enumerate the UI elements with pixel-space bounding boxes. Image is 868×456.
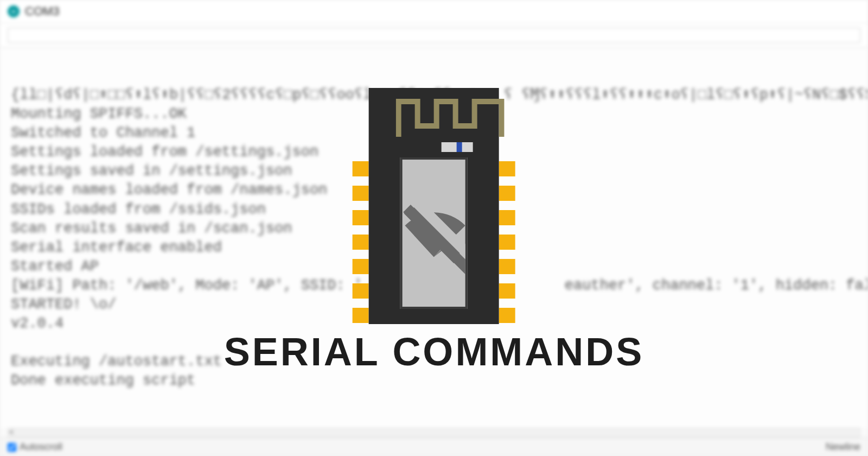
autoscroll-checkbox[interactable]: Autoscroll <box>8 441 62 453</box>
hero-headline: SERIAL COMMANDS <box>224 330 644 374</box>
serial-input[interactable] <box>8 28 860 43</box>
horizontal-scrollbar[interactable] <box>8 428 860 438</box>
wifi-off-icon <box>403 193 465 274</box>
window-title: COM3 <box>25 4 60 18</box>
led-strip-icon <box>442 142 473 152</box>
serial-input-row <box>0 23 868 48</box>
autoscroll-label: Autoscroll <box>20 441 62 453</box>
window-titlebar: ∞ COM3 <box>0 0 868 23</box>
serial-footer: Autoscroll Newline <box>0 438 868 456</box>
arduino-icon: ∞ <box>8 5 20 17</box>
autoscroll-input[interactable] <box>8 443 16 452</box>
hero-overlay: SERIAL COMMANDS <box>224 88 644 374</box>
antenna-trace-icon <box>396 96 505 140</box>
rf-shield-icon <box>400 157 468 309</box>
line-ending-select[interactable]: Newline <box>826 441 860 453</box>
esp8266-chip-icon <box>353 88 515 324</box>
